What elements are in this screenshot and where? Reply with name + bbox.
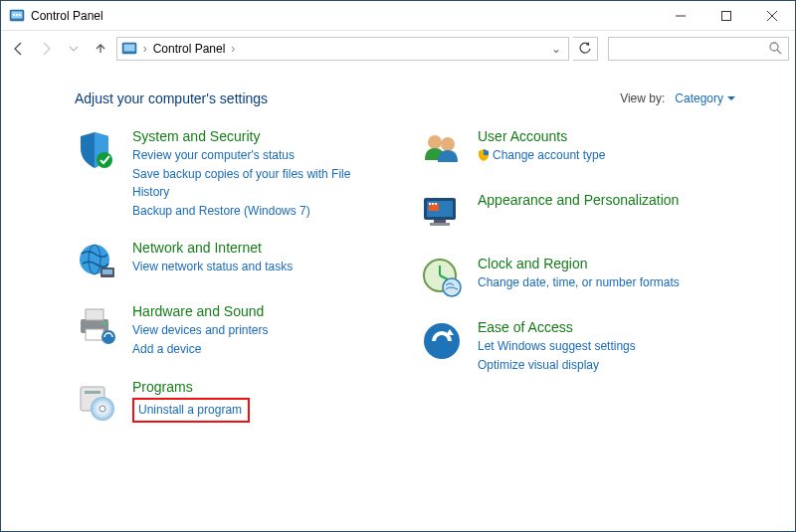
link-review-status[interactable]: Review your computer's status [132,146,390,165]
svg-point-3 [16,13,18,15]
disc-icon [75,379,118,423]
printer-icon [75,303,118,347]
page-title: Adjust your computer's settings [75,90,268,106]
svg-point-28 [441,137,455,151]
nav-row: › Control Panel › ⌄ [1,31,795,67]
breadcrumb[interactable]: Control Panel [153,42,226,56]
chevron-down-icon[interactable]: ⌄ [548,42,564,56]
category-title[interactable]: System and Security [132,128,390,144]
highlight-box: Uninstall a program [132,398,250,424]
svg-rect-33 [432,203,434,205]
view-by-value: Category [675,91,723,105]
svg-rect-35 [434,220,446,223]
link-backup-restore[interactable]: Backup and Restore (Windows 7) [132,202,390,221]
category-title[interactable]: Network and Internet [132,240,390,256]
category-network: Network and Internet View network status… [75,240,390,283]
view-by: View by: Category [620,91,735,105]
link-optimize-display[interactable]: Optimize visual display [478,356,735,375]
svg-point-13 [97,152,112,168]
category-ease-of-access: Ease of Access Let Windows suggest setti… [420,319,735,374]
link-network-status[interactable]: View network status and tasks [132,258,390,276]
content-header: Adjust your computer's settings View by:… [75,90,735,106]
search-input[interactable] [615,41,768,57]
svg-rect-17 [102,269,112,274]
category-title[interactable]: Appearance and Personalization [478,192,735,208]
forward-button[interactable] [34,37,57,61]
link-add-device[interactable]: Add a device [132,340,390,359]
svg-rect-24 [85,391,100,394]
window-controls [658,1,795,31]
svg-point-11 [770,43,778,51]
uac-shield-icon [478,149,490,161]
svg-point-21 [103,322,106,325]
view-by-label: View by: [620,91,665,105]
search-icon [768,41,782,58]
svg-rect-10 [123,45,134,52]
link-suggest-settings[interactable]: Let Windows suggest settings [478,337,735,356]
shield-icon [75,128,118,172]
link-devices-printers[interactable]: View devices and printers [132,321,390,340]
svg-rect-32 [429,203,431,205]
category-title[interactable]: Hardware and Sound [132,303,390,319]
maximize-button[interactable] [703,1,749,31]
svg-rect-6 [722,11,731,20]
category-system-security: System and Security Review your computer… [75,128,390,220]
svg-point-41 [424,323,460,359]
chevron-down-icon [727,94,735,102]
right-column: User Accounts Change account type [420,128,735,443]
chevron-right-icon[interactable]: › [231,42,235,56]
svg-line-12 [777,50,781,54]
svg-line-8 [767,11,777,21]
category-title[interactable]: Clock and Region [478,256,735,271]
svg-point-22 [101,330,115,344]
link-date-time-formats[interactable]: Change date, time, or number formats [478,273,735,292]
category-programs: Programs Uninstall a program [75,379,390,424]
link-file-history[interactable]: Save backup copies of your files with Fi… [132,165,390,202]
control-panel-icon [9,8,25,24]
title-bar: Control Panel [1,1,795,31]
link-label: Change account type [493,148,605,162]
search-box[interactable] [608,37,789,61]
clock-icon [420,256,464,299]
category-appearance: Appearance and Personalization [420,192,735,236]
address-bar[interactable]: › Control Panel › ⌄ [116,37,569,61]
up-button[interactable] [89,37,111,61]
chevron-right-icon[interactable]: › [143,42,147,56]
category-hardware: Hardware and Sound View devices and prin… [75,303,390,358]
link-uninstall-program[interactable]: Uninstall a program [138,401,242,420]
ease-of-access-icon [420,319,464,363]
svg-rect-36 [430,223,450,226]
link-change-account-type[interactable]: Change account type [478,146,735,165]
svg-point-2 [13,13,15,15]
left-column: System and Security Review your computer… [75,128,390,443]
svg-rect-34 [435,203,437,205]
category-user-accounts: User Accounts Change account type [420,128,735,172]
minimize-button[interactable] [658,1,703,31]
svg-point-4 [19,13,21,15]
svg-point-27 [428,135,442,149]
close-button[interactable] [749,1,795,31]
category-title[interactable]: User Accounts [478,128,735,144]
svg-line-7 [767,11,777,21]
users-icon [420,128,464,172]
globe-icon [75,240,118,283]
content-area: Adjust your computer's settings View by:… [1,67,795,452]
window-title: Control Panel [31,9,103,23]
category-title[interactable]: Ease of Access [478,319,735,335]
category-clock-region: Clock and Region Change date, time, or n… [420,256,735,299]
svg-rect-19 [86,309,103,320]
breadcrumb-label: Control Panel [153,42,226,56]
control-panel-icon [121,41,137,57]
svg-point-26 [100,406,105,412]
category-title[interactable]: Programs [132,379,390,395]
refresh-button[interactable] [573,37,598,61]
svg-rect-20 [86,329,103,340]
recent-locations-button[interactable] [62,37,85,61]
monitor-icon [420,192,464,236]
back-button[interactable] [7,37,30,61]
view-by-dropdown[interactable]: Category [675,91,735,105]
